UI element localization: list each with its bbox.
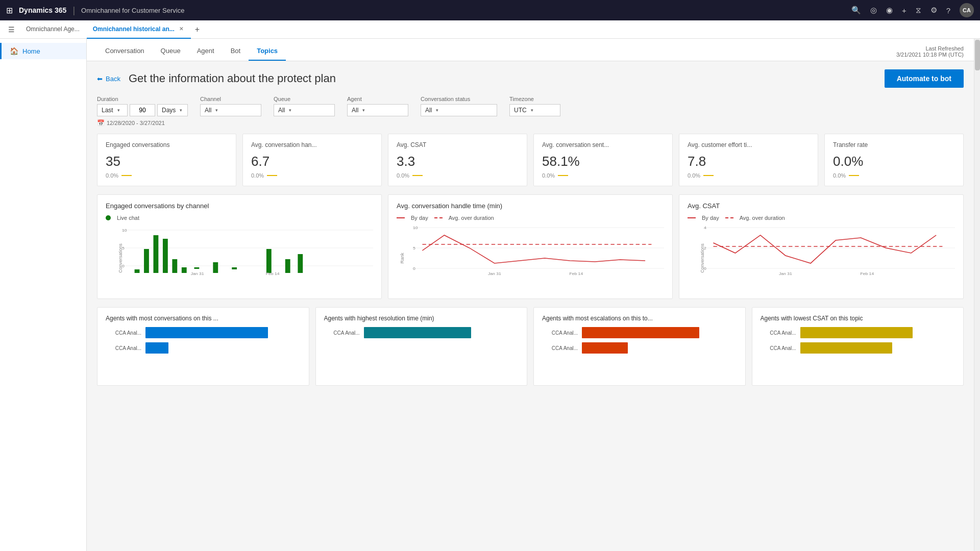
agent-bar — [364, 327, 471, 338]
by-day-legend-line — [397, 217, 405, 218]
sidebar: 🏠 Home — [0, 39, 87, 551]
metric-card-engaged-conversations: Engaged conversations 35 0.0% — [97, 134, 236, 186]
handle-time-chart-card: Avg. conversation handle time (min) By d… — [388, 194, 673, 299]
add-icon[interactable]: + — [902, 6, 906, 15]
tab-bot[interactable]: Bot — [223, 39, 249, 61]
tab-omnichannel-age[interactable]: Omnichannel Age... — [20, 20, 86, 39]
metric-title: Avg. conversation han... — [251, 141, 373, 148]
duration-last-select[interactable]: Last ▾ — [97, 104, 128, 116]
user-avatar[interactable]: CA — [960, 3, 974, 17]
filter-icon[interactable]: ⧖ — [916, 6, 921, 15]
svg-rect-15 — [266, 249, 272, 273]
svg-rect-9 — [163, 239, 168, 273]
metric-card-avg-sent: Avg. conversation sent... 58.1% 0.0% — [533, 134, 673, 186]
hamburger-menu[interactable]: ☰ — [4, 22, 19, 37]
agent-bar — [145, 342, 168, 354]
conv-status-select[interactable]: All ▾ — [421, 104, 497, 116]
channel-chart-title: Engaged conversations by channel — [106, 202, 373, 210]
top-nav-icons: 🔍 ◎ ◉ + ⧖ ⚙ ? CA — [851, 3, 974, 17]
conv-status-filter: Conversation status All ▾ — [421, 96, 497, 116]
chevron-down-icon: ▾ — [117, 108, 120, 113]
svg-text:Jan 31: Jan 31 — [191, 272, 204, 276]
duration-value-input[interactable] — [130, 104, 155, 116]
page-body: ⬅ Back Get the information about the pro… — [87, 61, 974, 394]
metric-card-transfer-rate: Transfer rate 0.0% 0.0% — [824, 134, 964, 186]
queue-select[interactable]: All ▾ — [274, 104, 335, 116]
chevron-down-icon: ▾ — [362, 108, 365, 113]
metric-value: 3.3 — [397, 154, 519, 169]
app-layout: 🏠 Home Conversation Queue Agent Bot — [0, 39, 980, 551]
channel-bar-chart-svg: 10 5 0 — [122, 225, 373, 276]
home-icon: 🏠 — [10, 47, 18, 55]
metric-value: 6.7 — [251, 154, 373, 169]
metric-value: 7.8 — [688, 154, 810, 169]
metric-footer: 0.0% — [106, 172, 228, 179]
search-icon[interactable]: 🔍 — [851, 6, 861, 15]
report-tabs-left: Conversation Queue Agent Bot Topics — [97, 39, 286, 61]
agent-select[interactable]: All ▾ — [347, 104, 408, 116]
svg-text:Feb 14: Feb 14 — [569, 272, 583, 276]
chevron-down-icon: ▾ — [289, 108, 291, 113]
tab-queue[interactable]: Queue — [153, 39, 189, 61]
agent-bar — [582, 342, 628, 354]
back-button[interactable]: ⬅ Back — [97, 75, 120, 83]
tab-conversation[interactable]: Conversation — [97, 39, 153, 61]
timezone-select[interactable]: UTC ▾ — [509, 104, 560, 116]
agent-chart-lowest-csat: Agents with lowest CSAT on this topic CC… — [752, 307, 964, 386]
channel-chart-legend: Live chat — [106, 215, 373, 221]
channel-select[interactable]: All ▾ — [200, 104, 261, 116]
tab-topics[interactable]: Topics — [249, 39, 286, 61]
compass-icon[interactable]: ◎ — [870, 6, 877, 15]
svg-text:Feb 14: Feb 14 — [860, 272, 874, 276]
duration-unit-select[interactable]: Days ▾ — [157, 104, 188, 116]
queue-filter: Queue All ▾ — [274, 96, 335, 116]
agent-bar — [800, 342, 892, 354]
tab-omnichannel-historical[interactable]: Omnichannel historical an... ✕ — [87, 20, 191, 39]
metric-footer: 0.0% — [688, 172, 810, 179]
csat-chart-title: Avg. CSAT — [688, 202, 955, 210]
metric-title: Transfer rate — [833, 141, 955, 148]
filters-row: Duration Last ▾ Days ▾ 📅 — [97, 96, 964, 127]
svg-text:10: 10 — [413, 226, 418, 230]
tab-bar: ☰ Omnichannel Age... Omnichannel histori… — [0, 20, 980, 39]
metric-value: 35 — [106, 154, 228, 169]
agent-name: CCA Anal... — [766, 330, 796, 336]
app-name-label: Omnichannel for Customer Service — [81, 7, 184, 14]
notifications-icon[interactable]: ◉ — [886, 6, 893, 15]
brand-label: Dynamics 365 — [19, 6, 66, 14]
svg-text:4: 4 — [704, 226, 706, 230]
tab-close-icon[interactable]: ✕ — [178, 25, 185, 33]
agent-name: CCA Anal... — [547, 345, 578, 351]
agent-chart-title: Agents with lowest CSAT on this topic — [761, 315, 955, 322]
chevron-down-icon: ▾ — [215, 108, 218, 113]
new-tab-button[interactable]: + — [192, 24, 203, 35]
timezone-filter: Timezone UTC ▾ — [509, 96, 560, 116]
trend-line-icon — [703, 175, 714, 176]
nav-separator: | — [72, 5, 75, 16]
metric-footer: 0.0% — [542, 172, 664, 179]
scrollbar-thumb[interactable] — [975, 40, 980, 70]
metric-value: 58.1% — [542, 154, 664, 169]
y-axis-label: Conversations — [118, 243, 123, 273]
svg-rect-13 — [213, 262, 218, 273]
csat-chart-legend: By day Avg. over duration — [688, 215, 955, 221]
agent-bar-row: CCA Anal... — [766, 342, 955, 354]
avg-duration-legend-dashed — [725, 217, 733, 218]
agent-chart-resolution-time: Agents with highest resolution time (min… — [315, 307, 528, 386]
date-range: 📅 12/28/2020 - 3/27/2021 — [97, 119, 188, 127]
svg-rect-12 — [194, 267, 199, 269]
live-chat-legend-dot — [106, 215, 111, 220]
metric-footer: 0.0% — [397, 172, 519, 179]
svg-rect-7 — [144, 249, 149, 273]
avg-duration-legend-dashed — [434, 217, 443, 218]
back-arrow-icon: ⬅ — [97, 75, 103, 83]
automate-to-bot-button[interactable]: Automate to bot — [885, 69, 964, 88]
tab-agent[interactable]: Agent — [189, 39, 223, 61]
help-icon[interactable]: ? — [946, 6, 950, 15]
sidebar-item-home[interactable]: 🏠 Home — [0, 43, 86, 59]
settings-icon[interactable]: ⚙ — [930, 6, 937, 15]
metric-card-avg-csat: Avg. CSAT 3.3 0.0% — [388, 134, 527, 186]
svg-rect-17 — [298, 254, 303, 273]
apps-grid-icon[interactable]: ⊞ — [6, 6, 13, 15]
vertical-scrollbar[interactable] — [974, 39, 980, 551]
